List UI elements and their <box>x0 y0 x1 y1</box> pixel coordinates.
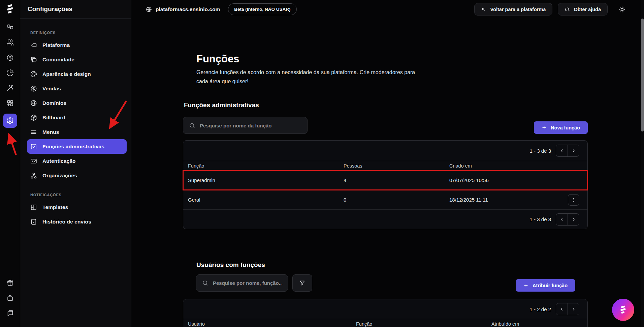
chevron-left-icon <box>559 217 564 222</box>
pie-chart-icon[interactable] <box>4 67 16 79</box>
dollar-circle-icon <box>30 85 37 92</box>
pagination-next-button[interactable] <box>568 145 579 156</box>
sidebar-item-historico-de-envios[interactable]: Histórico de envios <box>20 214 131 229</box>
arrow-up-left-icon <box>481 7 486 12</box>
users-search-field[interactable] <box>213 280 282 286</box>
roles-search-input[interactable] <box>183 117 308 134</box>
sidebar-item-billboard[interactable]: Billboard <box>20 110 131 125</box>
pagination-prev-button[interactable] <box>556 145 568 156</box>
row-actions-kebab-icon[interactable] <box>568 194 579 206</box>
sidebar-item-templates[interactable]: Templates <box>20 200 131 214</box>
scrollbar-thumb[interactable] <box>641 19 644 131</box>
pagination-prev-button[interactable] <box>556 214 568 225</box>
sidebar-item-organizacoes[interactable]: Organizações <box>20 168 131 183</box>
get-help-button[interactable]: Obter ajuda <box>558 3 608 16</box>
page-title: Funções <box>196 53 644 65</box>
sidebar-item-label: Templates <box>42 204 68 210</box>
package-icon <box>30 114 37 121</box>
topbar: plataformacs.ensinio.com Beta (Interno, … <box>131 0 644 19</box>
sidebar-item-comunidade[interactable]: Comunidade <box>20 52 131 67</box>
pagination-range: 1 - 2 de 2 <box>530 306 551 312</box>
search-icon <box>202 280 208 286</box>
sidebar-item-label: Menus <box>42 129 59 135</box>
sidebar-item-funcoes-administrativas[interactable]: Funções administrativas <box>27 139 127 154</box>
layout-icon <box>30 204 37 211</box>
section-label-notificacoes: NOTIFICAÇÕES <box>30 193 131 197</box>
sidebar-item-label: Domínios <box>42 100 66 106</box>
gift-icon[interactable] <box>4 277 16 289</box>
tag-icon <box>30 42 37 49</box>
sidebar-item-label: Funções administrativas <box>42 144 104 150</box>
sidebar-item-label: Aparência e design <box>42 71 91 77</box>
new-role-button[interactable]: Nova função <box>534 121 588 134</box>
search-icon <box>189 122 195 129</box>
sidebar-item-label: Organizações <box>42 173 77 179</box>
sidebar-item-plataforma[interactable]: Plataforma <box>20 38 131 52</box>
sidebar-item-vendas[interactable]: Vendas <box>20 81 131 96</box>
file-icon <box>30 218 37 225</box>
sidebar-title: Configurações <box>28 5 72 13</box>
column-header: Função <box>356 321 491 327</box>
chevron-left-icon <box>559 148 564 153</box>
users-icon[interactable] <box>4 36 16 49</box>
roles-pagination-top: 1 - 3 de 3 <box>183 141 587 161</box>
filter-button[interactable] <box>292 274 312 292</box>
chat-icon[interactable] <box>4 307 16 319</box>
dollar-circle-icon[interactable] <box>4 52 16 64</box>
roles-search-field[interactable] <box>200 123 302 128</box>
chevron-left-icon <box>559 307 564 311</box>
plus-icon <box>542 125 547 130</box>
column-header: Atribuído em <box>491 321 583 327</box>
main-content: Funções Gerencie funções de acordo com a… <box>131 53 644 327</box>
gear-icon[interactable] <box>3 114 17 128</box>
roles-pagination-bottom: 1 - 3 de 3 <box>183 209 587 229</box>
users-section-heading: Usuários com funções <box>196 261 644 269</box>
sidebar-item-aparencia[interactable]: Aparência e design <box>20 67 131 81</box>
pagination-next-button[interactable] <box>568 214 579 225</box>
palette-icon <box>30 71 37 78</box>
pager <box>556 145 579 157</box>
column-header: Usuário <box>188 321 356 327</box>
pagination-next-button[interactable] <box>568 303 579 315</box>
users-toolbar: Atribuir função <box>183 274 588 292</box>
globe-icon <box>146 6 152 12</box>
theme-toggle-sun-icon[interactable] <box>617 4 627 14</box>
back-to-platform-button[interactable]: Voltar para a plataforma <box>474 3 552 16</box>
chevron-right-icon <box>571 148 576 153</box>
menu-lines-icon <box>30 129 37 136</box>
sidebar-item-label: Billboard <box>42 115 65 121</box>
apps-plus-icon[interactable] <box>4 97 16 109</box>
users-table: 1 - 2 de 2 Usuário Função Atribuído em <box>183 299 588 327</box>
dashboard-icon[interactable] <box>4 21 16 33</box>
roles-table: 1 - 3 de 3 Função Pessoas Criado em Supe… <box>183 140 588 229</box>
assign-role-button[interactable]: Atribuir função <box>516 279 575 292</box>
sidebar-item-label: Vendas <box>42 86 61 92</box>
roles-table-header: Função Pessoas Criado em <box>183 161 587 170</box>
role-name-cell: Superadmin <box>188 177 344 183</box>
roles-toolbar: Nova função <box>183 117 588 134</box>
sidebar-item-autenticacao[interactable]: Autenticação <box>20 154 131 168</box>
pagination-range: 1 - 3 de 3 <box>530 148 551 154</box>
ensinio-logo[interactable] <box>5 4 15 14</box>
ensinio-floating-button[interactable] <box>612 299 634 321</box>
platform-domain: plataformacs.ensinio.com <box>156 6 220 12</box>
table-row-geral[interactable]: Geral 0 18/12/2025 11:11 <box>183 190 587 209</box>
role-created-cell: 07/07/2025 10:56 <box>449 177 583 183</box>
pager <box>556 213 579 226</box>
new-role-label: Nova função <box>551 125 580 130</box>
topbar-actions: Voltar para a plataforma Obter ajuda <box>474 3 627 16</box>
sidebar-item-menus[interactable]: Menus <box>20 125 131 139</box>
pagination-range: 1 - 3 de 3 <box>530 216 551 222</box>
id-badge-icon <box>30 158 37 165</box>
ensinio-logo <box>618 305 628 315</box>
column-header: Função <box>188 163 344 169</box>
icon-rail <box>0 0 20 327</box>
role-created-cell: 18/12/2025 11:11 <box>449 197 583 203</box>
plus-icon <box>523 283 528 288</box>
table-row-superadmin[interactable]: Superadmin 4 07/07/2025 10:56 <box>183 170 587 190</box>
bag-icon[interactable] <box>4 292 16 304</box>
pagination-prev-button[interactable] <box>556 303 568 315</box>
users-search-input[interactable] <box>196 274 288 292</box>
sidebar-item-dominios[interactable]: Domínios <box>20 96 131 110</box>
wand-icon[interactable] <box>4 82 16 94</box>
